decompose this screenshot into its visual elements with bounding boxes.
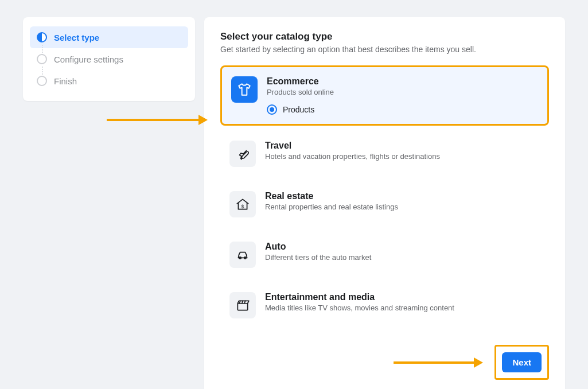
option-title: Real estate bbox=[265, 191, 540, 201]
step-indicator-icon bbox=[37, 32, 47, 42]
plane-icon bbox=[229, 141, 256, 167]
page-subtitle: Get started by selecting an option that … bbox=[220, 45, 549, 54]
page-title: Select your catalog type bbox=[220, 31, 549, 42]
option-entertainment[interactable]: Entertainment and media Media titles lik… bbox=[220, 283, 549, 328]
option-desc: Different tiers of the auto market bbox=[265, 253, 540, 262]
step-label: Select type bbox=[54, 33, 99, 42]
step-label: Configure settings bbox=[54, 55, 123, 64]
step-finish: Finish bbox=[30, 70, 188, 92]
option-real-estate[interactable]: $ Real estate Rental properties and real… bbox=[220, 182, 549, 227]
step-indicator-icon bbox=[37, 54, 47, 64]
option-auto[interactable]: Auto Different tiers of the auto market bbox=[220, 232, 549, 277]
option-desc: Media titles like TV shows, movies and s… bbox=[265, 304, 540, 312]
option-desc: Rental properties and real estate listin… bbox=[265, 203, 540, 211]
svg-rect-3 bbox=[237, 304, 247, 310]
annotation-arrow-next bbox=[394, 357, 483, 368]
radio-products[interactable]: Products bbox=[267, 104, 538, 115]
option-desc: Products sold online bbox=[267, 88, 538, 96]
svg-text:$: $ bbox=[242, 204, 244, 209]
step-label: Finish bbox=[54, 76, 77, 86]
option-travel[interactable]: Travel Hotels and vacation properties, f… bbox=[220, 131, 549, 176]
annotation-arrow-ecommerce bbox=[107, 115, 208, 125]
tshirt-icon bbox=[231, 76, 258, 103]
next-highlight-box: Next bbox=[494, 345, 549, 380]
radio-icon bbox=[267, 104, 277, 115]
step-select-type[interactable]: Select type bbox=[30, 26, 188, 48]
next-button[interactable]: Next bbox=[502, 352, 542, 372]
option-title: Entertainment and media bbox=[265, 292, 540, 302]
car-icon bbox=[229, 242, 256, 268]
main-panel: Select your catalog type Get started by … bbox=[204, 17, 565, 389]
wizard-sidebar: Select type Configure settings Finish bbox=[23, 17, 195, 101]
radio-label: Products bbox=[283, 105, 314, 114]
option-desc: Hotels and vacation properties, flights … bbox=[265, 152, 540, 161]
option-ecommerce[interactable]: Ecommerce Products sold online Products bbox=[220, 65, 549, 126]
footer: Next bbox=[220, 345, 549, 380]
step-configure-settings: Configure settings bbox=[30, 48, 188, 70]
clapperboard-icon bbox=[229, 292, 256, 318]
catalog-type-options: Ecommerce Products sold online Products … bbox=[220, 65, 549, 333]
option-title: Travel bbox=[265, 141, 540, 151]
option-title: Ecommerce bbox=[267, 76, 538, 87]
step-indicator-icon bbox=[37, 76, 47, 86]
house-icon: $ bbox=[229, 191, 256, 217]
option-title: Auto bbox=[265, 242, 540, 252]
